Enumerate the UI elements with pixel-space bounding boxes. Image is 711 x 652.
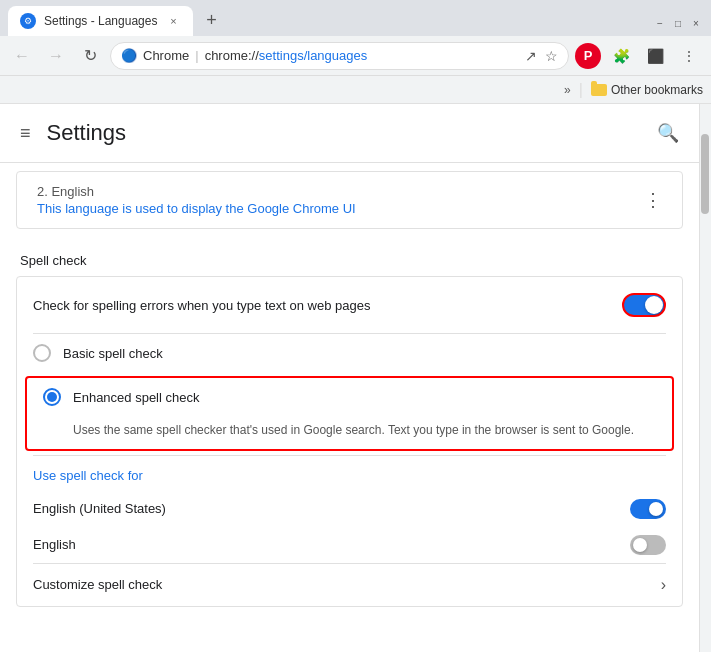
tab-favicon: ⚙ [20, 13, 36, 29]
english-us-toggle[interactable] [630, 499, 666, 519]
spell-check-card: Check for spelling errors when you type … [16, 276, 683, 607]
forward-button[interactable]: → [42, 42, 70, 70]
scroll-thumb[interactable] [701, 134, 709, 214]
address-path: settings/languages [259, 48, 367, 63]
share-icon[interactable]: ↗ [525, 48, 537, 64]
spell-check-toggle-row: Check for spelling errors when you type … [17, 277, 682, 333]
bookmarks-more-icon[interactable]: » [564, 83, 571, 97]
address-bar[interactable]: 🔵 Chrome | chrome://settings/languages ↗… [110, 42, 569, 70]
back-button[interactable]: ← [8, 42, 36, 70]
language-item-english: 2. English This language is used to disp… [16, 171, 683, 229]
enhanced-spell-check-label: Enhanced spell check [73, 390, 199, 405]
spell-lang-english-row: English [17, 527, 682, 563]
customize-spell-check-label: Customize spell check [33, 577, 162, 592]
spell-check-toggle-label: Check for spelling errors when you type … [33, 298, 370, 313]
settings-page-title: Settings [47, 120, 127, 146]
basic-spell-check-option[interactable]: Basic spell check [17, 334, 682, 372]
tab-close-button[interactable]: × [165, 13, 181, 29]
enhanced-option-row: Enhanced spell check [43, 388, 199, 406]
minimize-button[interactable]: − [653, 16, 667, 30]
language-description: This language is used to display the Goo… [37, 201, 644, 216]
more-menu-button[interactable]: ⋮ [675, 42, 703, 70]
settings-body: 2. English This language is used to disp… [0, 163, 699, 652]
bookmarks-divider: | [579, 81, 583, 99]
refresh-button[interactable]: ↻ [76, 42, 104, 70]
extensions-icon[interactable]: 🧩 [607, 42, 635, 70]
basic-spell-check-label: Basic spell check [63, 346, 163, 361]
toolbar-right: P 🧩 ⬛ ⋮ [575, 42, 703, 70]
chevron-right-icon: › [661, 576, 666, 594]
address-url: chrome://settings/languages [205, 48, 368, 63]
window-controls: − □ × [653, 16, 703, 30]
spell-lang-english-us-row: English (United States) [17, 491, 682, 527]
chrome-label: Chrome [143, 48, 189, 63]
maximize-button[interactable]: □ [671, 16, 685, 30]
other-bookmarks-folder[interactable]: Other bookmarks [591, 83, 703, 97]
language-info: 2. English This language is used to disp… [37, 184, 644, 216]
settings-search-icon[interactable]: 🔍 [657, 122, 679, 144]
spell-lang-english-us-label: English (United States) [33, 501, 166, 516]
browser-action-icon[interactable]: ⬛ [641, 42, 669, 70]
hamburger-menu[interactable]: ≡ [20, 123, 31, 144]
enhanced-spell-check-option[interactable]: Enhanced spell check Uses the same spell… [25, 376, 674, 451]
folder-icon [591, 84, 607, 96]
spell-lang-english-label: English [33, 537, 76, 552]
spell-check-toggle[interactable] [622, 293, 666, 317]
other-bookmarks-label: Other bookmarks [611, 83, 703, 97]
tab-title: Settings - Languages [44, 14, 157, 28]
enhanced-spell-check-desc: Uses the same spell checker that's used … [43, 422, 634, 439]
address-site-icon: 🔵 [121, 48, 137, 63]
title-bar: ⚙ Settings - Languages × + − □ × [0, 0, 711, 36]
scrollbar[interactable] [699, 104, 711, 652]
customize-spell-check-row[interactable]: Customize spell check › [17, 564, 682, 606]
use-spell-check-title: Use spell check for [17, 456, 682, 491]
basic-spell-check-radio[interactable] [33, 344, 51, 362]
active-tab[interactable]: ⚙ Settings - Languages × [8, 6, 193, 36]
new-tab-button[interactable]: + [197, 6, 225, 34]
close-button[interactable]: × [689, 16, 703, 30]
bookmarks-bar: » | Other bookmarks [0, 76, 711, 104]
settings-container: ≡ Settings 🔍 2. English This language is… [0, 104, 699, 652]
settings-header: ≡ Settings 🔍 [0, 104, 699, 163]
enhanced-spell-check-radio[interactable] [43, 388, 61, 406]
language-number: 2. English [37, 184, 644, 199]
browser-toolbar: ← → ↻ 🔵 Chrome | chrome://settings/langu… [0, 36, 711, 76]
language-menu-button[interactable]: ⋮ [644, 189, 662, 211]
page-content: ≡ Settings 🔍 2. English This language is… [0, 104, 711, 652]
address-separator: | [195, 48, 198, 63]
english-toggle[interactable] [630, 535, 666, 555]
bookmark-star-icon[interactable]: ☆ [545, 48, 558, 64]
spell-check-section-title: Spell check [0, 237, 699, 276]
pinterest-button[interactable]: P [575, 43, 601, 69]
